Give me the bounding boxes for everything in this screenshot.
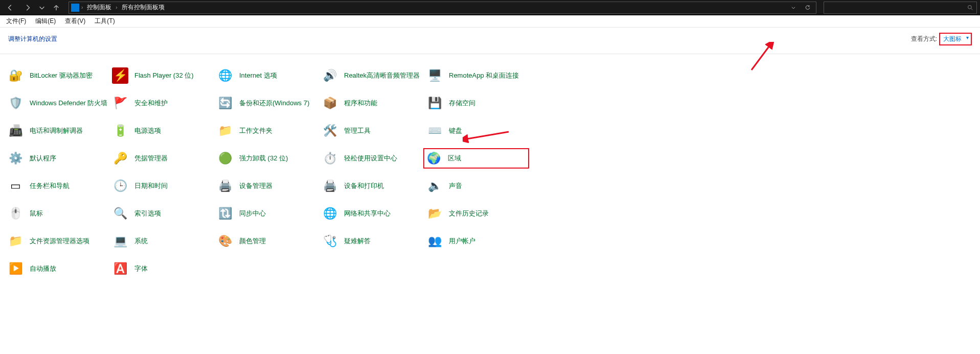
address-bar[interactable]: › 控制面板 › 所有控制面板项 xyxy=(69,2,816,14)
chevron-right-icon: › xyxy=(81,5,83,10)
cp-item-users[interactable]: 👥用户帐户 xyxy=(424,231,529,251)
programs-icon: 📦 xyxy=(322,95,338,111)
cp-item-keyboard[interactable]: ⌨️键盘 xyxy=(424,121,529,141)
cp-item-credential[interactable]: 🔑凭据管理器 xyxy=(110,148,215,169)
cp-item-label: 网络和共享中心 xyxy=(344,209,391,218)
cp-item-autoplay[interactable]: ▶️自动播放 xyxy=(5,258,110,279)
cp-item-datetime[interactable]: 🕒日期和时间 xyxy=(110,176,215,196)
control-panel-icon xyxy=(71,4,79,12)
cp-item-sound[interactable]: 🔈声音 xyxy=(424,176,529,196)
troubleshoot-icon: 🩺 xyxy=(322,233,338,249)
cp-item-internet[interactable]: 🌐Internet 选项 xyxy=(215,65,320,86)
menu-file[interactable]: 文件(F) xyxy=(2,15,30,27)
cp-item-network[interactable]: 🌐网络和共享中心 xyxy=(320,203,424,224)
flash-icon: ⚡ xyxy=(112,67,128,84)
sync-icon: 🔃 xyxy=(217,205,233,222)
cp-item-workfolders[interactable]: 📁工作文件夹 xyxy=(215,121,320,141)
menu-view[interactable]: 查看(V) xyxy=(61,15,89,27)
search-input[interactable] xyxy=(824,2,977,14)
mouse-icon: 🖱️ xyxy=(7,205,24,222)
refresh-button[interactable] xyxy=(802,2,814,13)
cp-item-indexing[interactable]: 🔍索引选项 xyxy=(110,203,215,224)
back-button[interactable] xyxy=(3,2,17,14)
cp-item-remoteapp[interactable]: 🖥️RemoteApp 和桌面连接 xyxy=(424,65,529,86)
users-icon: 👥 xyxy=(426,233,443,249)
breadcrumb-all-items[interactable]: 所有控制面板项 xyxy=(120,3,167,12)
defaultprog-icon: ⚙️ xyxy=(7,150,24,167)
keyboard-icon: ⌨️ xyxy=(426,123,443,139)
workfolders-icon: 📁 xyxy=(217,123,233,139)
cp-item-label: 轻松使用设置中心 xyxy=(344,154,397,162)
filehistory-icon: 📂 xyxy=(426,205,443,222)
menu-tools[interactable]: 工具(T) xyxy=(90,15,119,27)
menu-edit[interactable]: 编辑(E) xyxy=(31,15,60,27)
recent-dropdown[interactable] xyxy=(38,2,46,14)
cp-item-mouse[interactable]: 🖱️鼠标 xyxy=(5,203,110,224)
cp-item-label: 安全和维护 xyxy=(134,99,168,107)
cp-item-label: 强力卸载 (32 位) xyxy=(239,154,288,162)
cp-item-label: BitLocker 驱动器加密 xyxy=(30,72,93,80)
view-by-dropdown[interactable]: 大图标 xyxy=(939,33,972,45)
cp-item-label: 疑难解答 xyxy=(344,237,371,245)
cp-item-storage[interactable]: 💾存储空间 xyxy=(424,93,529,113)
cp-item-taskbar[interactable]: ▭任务栏和导航 xyxy=(5,176,110,196)
cp-item-troubleshoot[interactable]: 🩺疑难解答 xyxy=(320,231,424,251)
cp-item-region[interactable]: 🌍区域 xyxy=(423,148,529,169)
backup-icon: 🔄 xyxy=(217,95,233,111)
realtek-icon: 🔊 xyxy=(322,67,338,84)
up-button[interactable] xyxy=(49,2,63,14)
cp-item-system[interactable]: 💻系统 xyxy=(110,231,215,251)
cp-item-label: 日期和时间 xyxy=(134,182,168,190)
cp-item-realtek[interactable]: 🔊Realtek高清晰音频管理器 xyxy=(320,65,424,86)
cp-item-label: 程序和功能 xyxy=(344,99,377,107)
cp-item-defender[interactable]: 🛡️Windows Defender 防火墙 xyxy=(5,93,110,113)
color-icon: 🎨 xyxy=(217,233,233,249)
cp-item-admintools[interactable]: 🛠️管理工具 xyxy=(320,121,424,141)
cp-item-label: 管理工具 xyxy=(344,127,371,135)
cp-item-label: 存储空间 xyxy=(449,99,475,107)
page-title: 调整计算机的设置 xyxy=(8,35,57,43)
forward-button[interactable] xyxy=(20,2,35,14)
cp-item-label: 默认程序 xyxy=(30,154,56,162)
phone-icon: 📠 xyxy=(7,123,24,139)
cp-item-phone[interactable]: 📠电话和调制解调器 xyxy=(5,121,110,141)
uninstall-icon: 🟢 xyxy=(217,150,233,167)
cp-item-bitlocker[interactable]: 🔐BitLocker 驱动器加密 xyxy=(5,65,110,86)
bitlocker-icon: 🔐 xyxy=(7,67,24,84)
cp-item-devicemgr[interactable]: 🖨️设备管理器 xyxy=(215,176,320,196)
cp-item-color[interactable]: 🎨颜色管理 xyxy=(215,231,320,251)
region-icon: 🌍 xyxy=(425,150,442,167)
cp-item-backup[interactable]: 🔄备份和还原(Windows 7) xyxy=(215,93,320,113)
cp-item-fonts[interactable]: 🅰️字体 xyxy=(110,258,215,279)
items-grid: 🔐BitLocker 驱动器加密⚡Flash Player (32 位)🌐Int… xyxy=(5,65,975,279)
cp-item-explorer[interactable]: 📁文件资源管理器选项 xyxy=(5,231,110,251)
cp-item-label: 键盘 xyxy=(449,127,462,135)
internet-icon: 🌐 xyxy=(217,67,233,84)
defender-icon: 🛡️ xyxy=(7,95,24,111)
taskbar-icon: ▭ xyxy=(7,178,24,194)
search-icon xyxy=(967,5,973,11)
cp-item-label: 备份和还原(Windows 7) xyxy=(239,99,309,107)
cp-item-filehistory[interactable]: 📂文件历史记录 xyxy=(424,203,529,224)
cp-item-devices[interactable]: 🖨️设备和打印机 xyxy=(320,176,424,196)
cp-item-flash[interactable]: ⚡Flash Player (32 位) xyxy=(110,65,215,86)
address-dropdown[interactable] xyxy=(787,2,800,13)
remoteapp-icon: 🖥️ xyxy=(426,67,443,84)
ease-icon: ⏱️ xyxy=(322,150,338,167)
cp-item-label: 设备管理器 xyxy=(239,182,272,190)
cp-item-label: 任务栏和导航 xyxy=(30,182,70,190)
cp-item-defaultprog[interactable]: ⚙️默认程序 xyxy=(5,148,110,169)
cp-item-sync[interactable]: 🔃同步中心 xyxy=(215,203,320,224)
breadcrumb-control-panel[interactable]: 控制面板 xyxy=(85,3,113,12)
cp-item-programs[interactable]: 📦程序和功能 xyxy=(320,93,424,113)
cp-item-ease[interactable]: ⏱️轻松使用设置中心 xyxy=(320,148,424,169)
header: 调整计算机的设置 查看方式: 大图标 xyxy=(0,28,980,54)
cp-item-label: Windows Defender 防火墙 xyxy=(30,99,107,107)
cp-item-uninstall[interactable]: 🟢强力卸载 (32 位) xyxy=(215,148,320,169)
cp-item-label: 自动播放 xyxy=(30,265,56,273)
cp-item-label: 同步中心 xyxy=(239,209,266,218)
cp-item-power[interactable]: 🔋电源选项 xyxy=(110,121,215,141)
cp-item-security[interactable]: 🚩安全和维护 xyxy=(110,93,215,113)
sound-icon: 🔈 xyxy=(426,178,443,194)
cp-item-label: 工作文件夹 xyxy=(239,127,272,135)
